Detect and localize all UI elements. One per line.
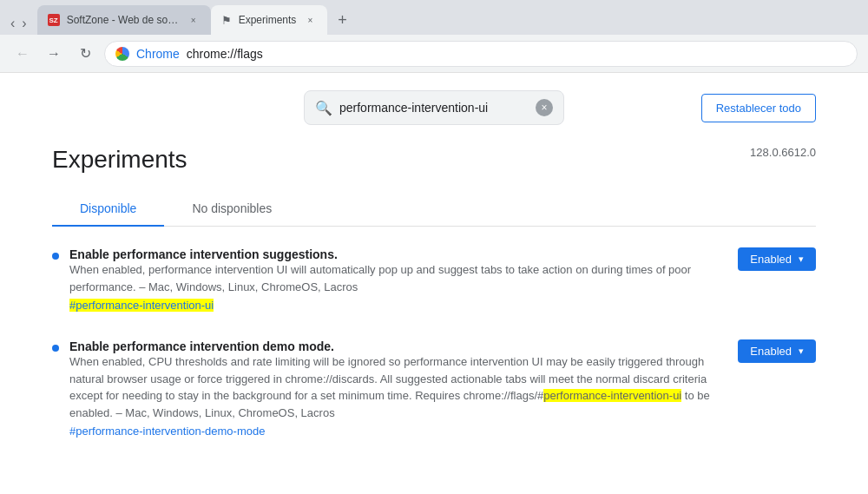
page-title: Experiments [52, 146, 187, 174]
search-row: 🔍 × Restablecer todo [52, 90, 816, 125]
flag-dot-1 [52, 253, 59, 260]
address-chrome-icon [115, 47, 129, 61]
search-icon: 🔍 [315, 100, 332, 116]
flag-enabled-button-2[interactable]: Enabled ▾ [738, 339, 816, 363]
search-clear-button[interactable]: × [536, 99, 553, 116]
tab-favicon-softzone: SZ [48, 14, 60, 26]
flag-title-1: Enable performance intervention suggesti… [69, 247, 724, 261]
flag-control-2: Enabled ▾ [738, 339, 816, 363]
tab-close-experiments[interactable]: × [303, 13, 317, 27]
flag-status-1: Enabled [750, 253, 792, 266]
forward-button[interactable]: → [42, 42, 66, 66]
tab-nav-forward[interactable]: › [18, 12, 30, 35]
tab-available[interactable]: Disponible [52, 191, 164, 226]
flag-link-text-2: #performance-intervention-demo-mode [69, 425, 265, 438]
search-box: 🔍 × [304, 90, 564, 125]
flag-item-2: Enable performance intervention demo mod… [52, 339, 816, 438]
experiments-header: Experiments 128.0.6612.0 [52, 146, 816, 174]
flag-description-1: When enabled, performance intervention U… [69, 261, 724, 295]
tab-close-softzone[interactable]: × [187, 13, 201, 27]
flag-dot-2 [52, 345, 59, 352]
reload-button[interactable]: ↻ [73, 42, 97, 66]
tab-nav-back[interactable]: ‹ [7, 12, 18, 35]
page-content: 🔍 × Restablecer todo Experiments 128.0.6… [0, 73, 868, 494]
flag-status-2: Enabled [750, 345, 792, 358]
flag-link-1[interactable]: #performance-intervention-ui [69, 299, 724, 312]
tab-title-experiments: Experiments [239, 14, 297, 26]
tab-title-softzone: SoftZone - Web de software de... [67, 14, 180, 26]
chevron-down-icon-1: ▾ [799, 254, 804, 265]
tab-experiments[interactable]: ⚑ Experiments × [211, 5, 328, 35]
flag-description-2: When enabled, CPU thresholds and rate li… [69, 353, 724, 421]
flag-item-1: Enable performance intervention suggesti… [52, 247, 816, 312]
address-url: chrome://flags [187, 47, 846, 61]
flag-desc-highlight-2: performance-intervention-ui [543, 389, 681, 402]
flag-title-2: Enable performance intervention demo mod… [69, 339, 724, 353]
tab-softzone[interactable]: SZ SoftZone - Web de software de... × [37, 5, 211, 35]
chevron-down-icon-2: ▾ [799, 346, 804, 357]
search-input[interactable] [339, 101, 529, 115]
address-brand: Chrome [136, 47, 180, 61]
version-text: 128.0.6612.0 [750, 146, 816, 159]
flag-control-1: Enabled ▾ [738, 247, 816, 271]
reset-all-button[interactable]: Restablecer todo [701, 94, 816, 122]
flag-enabled-button-1[interactable]: Enabled ▾ [738, 247, 816, 271]
flag-link-highlight-1: #performance-intervention-ui [69, 299, 214, 312]
tab-unavailable[interactable]: No disponibles [164, 191, 299, 226]
flag-link-2[interactable]: #performance-intervention-demo-mode [69, 425, 724, 438]
flags-tabs: Disponible No disponibles [52, 191, 816, 227]
back-button[interactable]: ← [10, 42, 35, 66]
tab-favicon-experiments: ⚑ [221, 14, 232, 27]
flag-content-1: Enable performance intervention suggesti… [69, 247, 724, 312]
flag-content-2: Enable performance intervention demo mod… [69, 339, 724, 438]
new-tab-button[interactable]: + [331, 9, 354, 31]
address-bar[interactable]: Chrome chrome://flags [104, 41, 858, 67]
